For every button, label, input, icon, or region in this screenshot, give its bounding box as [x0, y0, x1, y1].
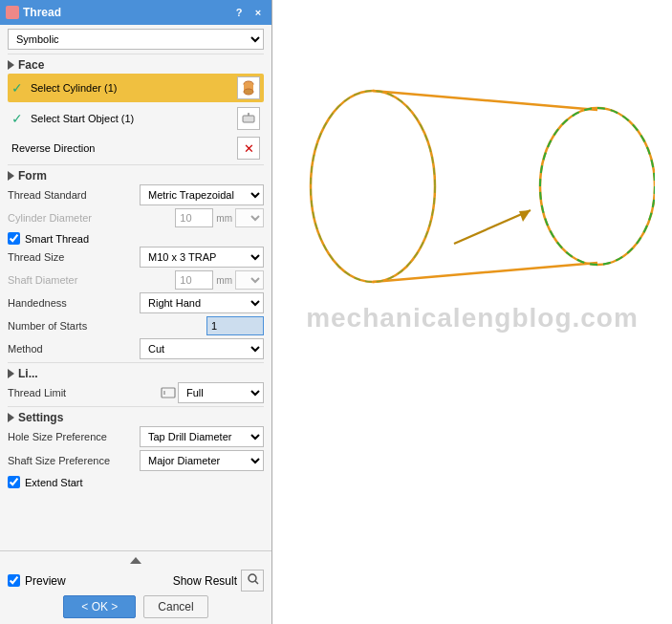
- thread-limit-label: Thread Limit: [8, 387, 94, 398]
- number-starts-row: Number of Starts: [8, 316, 264, 335]
- settings-collapse-icon[interactable]: [8, 413, 14, 422]
- cylinder-diameter-unit-select: mm: [235, 208, 264, 227]
- svg-line-8: [255, 581, 258, 584]
- thread-size-select[interactable]: M10 x 3 TRAP M12 x 3 TRAP: [140, 247, 264, 268]
- thread-standard-row: Thread Standard Metric Trapezoidal Unifi…: [8, 184, 264, 205]
- number-starts-input[interactable]: [206, 316, 264, 335]
- left-panel: Thread ? × Symbolic Detailed Schematic F…: [0, 0, 272, 624]
- thread-standard-select[interactable]: Metric Trapezoidal Unified ISO Metric: [140, 184, 264, 205]
- select-cylinder-row[interactable]: ✓ Select Cylinder (1): [8, 74, 264, 102]
- settings-label: Settings: [18, 411, 63, 424]
- form-section-header: Form: [8, 169, 264, 183]
- extend-start-label: Extend Start: [25, 477, 83, 488]
- number-starts-label: Number of Starts: [8, 320, 94, 332]
- preview-row: Preview Show Result: [8, 570, 264, 592]
- display-mode-select[interactable]: Symbolic Detailed Schematic: [8, 29, 264, 50]
- cylinder-diameter-label: Cylinder Diameter: [8, 212, 94, 224]
- thread-standard-label: Thread Standard: [8, 189, 94, 201]
- method-label: Method: [8, 343, 94, 355]
- limit-section-header: Li...: [8, 367, 264, 380]
- smart-thread-row: Smart Thread: [8, 230, 264, 247]
- svg-rect-5: [162, 388, 175, 398]
- thread-icon: [6, 6, 19, 19]
- settings-section-header: Settings: [8, 411, 264, 424]
- smart-thread-checkbox[interactable]: [8, 232, 20, 245]
- handedness-row: Handedness Right Hand Left Hand: [8, 292, 264, 313]
- hole-size-pref-row: Hole Size Preference Tap Drill Diameter …: [8, 426, 264, 447]
- thread-limit-row: Thread Limit Full From-To: [8, 382, 264, 403]
- shaft-size-pref-label: Shaft Size Preference: [8, 455, 110, 466]
- extend-start-row: Extend Start: [8, 474, 264, 490]
- shaft-diameter-row: Shaft Diameter mm mm: [8, 270, 264, 290]
- svg-point-7: [249, 574, 256, 582]
- cylinder-view: [292, 19, 655, 354]
- svg-point-9: [311, 91, 435, 282]
- form-section: Form Thread Standard Metric Trapezoidal …: [8, 169, 264, 359]
- shaft-size-pref-select[interactable]: Major Diameter Minor Diameter: [140, 450, 264, 471]
- thread-standard-controls: Metric Trapezoidal Unified ISO Metric: [140, 184, 264, 205]
- face-section: Face ✓ Select Cylinder (1): [8, 58, 264, 161]
- hole-size-pref-label: Hole Size Preference: [8, 431, 107, 442]
- select-cylinder-label: Select Cylinder (1): [31, 82, 233, 94]
- scroll-up-icon: [130, 557, 141, 564]
- start-check-icon: ✓: [11, 111, 27, 126]
- cylinder-diameter-controls: mm mm: [175, 208, 264, 227]
- svg-marker-16: [519, 210, 531, 222]
- display-mode-row: Symbolic Detailed Schematic: [8, 29, 264, 50]
- select-start-label: Select Start Object (1): [31, 113, 233, 124]
- cylinder-check-icon: ✓: [11, 80, 27, 96]
- title-bar: Thread ? ×: [0, 0, 271, 25]
- viewport: mechanicalengblog.com: [272, 0, 672, 624]
- face-collapse-icon[interactable]: [8, 60, 14, 70]
- limit-collapse-icon[interactable]: [8, 369, 14, 378]
- panel-scroll: Symbolic Detailed Schematic Face ✓ Selec…: [0, 25, 271, 550]
- shaft-diameter-unit: mm: [216, 275, 232, 286]
- cylinder-diameter-unit: mm: [216, 213, 232, 224]
- method-row: Method Cut Roll: [8, 338, 264, 359]
- face-label: Face: [18, 58, 44, 72]
- reverse-direction-row: Reverse Direction ✕: [8, 135, 264, 161]
- main-window: Thread ? × Symbolic Detailed Schematic F…: [0, 0, 672, 624]
- reverse-direction-label: Reverse Direction: [11, 142, 95, 154]
- svg-rect-3: [243, 116, 254, 122]
- cylinder-diameter-row: Cylinder Diameter mm mm: [8, 208, 264, 227]
- select-start-row[interactable]: ✓ Select Start Object (1): [8, 104, 264, 133]
- shaft-diameter-label: Shaft Diameter: [8, 274, 94, 286]
- svg-point-2: [244, 89, 253, 95]
- handedness-select[interactable]: Right Hand Left Hand: [140, 292, 264, 313]
- button-row: < OK > Cancel: [8, 595, 264, 618]
- form-collapse-icon[interactable]: [8, 171, 14, 181]
- shaft-diameter-unit-select: mm: [235, 270, 264, 290]
- hole-size-pref-select[interactable]: Tap Drill Diameter Major Diameter: [140, 426, 264, 447]
- ok-button[interactable]: < OK >: [63, 595, 136, 618]
- cylinder-diameter-input: [175, 208, 213, 227]
- close-button[interactable]: ×: [250, 5, 266, 20]
- extend-start-checkbox[interactable]: [8, 476, 20, 488]
- bottom-bar: Preview Show Result < OK > Cancel: [0, 550, 271, 624]
- svg-line-15: [454, 210, 531, 244]
- thread-size-row: Thread Size M10 x 3 TRAP M12 x 3 TRAP: [8, 247, 264, 268]
- cylinder-icon-btn[interactable]: [237, 76, 260, 99]
- start-icon-btn[interactable]: [237, 107, 260, 130]
- title-text: Thread: [23, 6, 61, 19]
- limit-label: Li...: [18, 367, 38, 380]
- form-label: Form: [18, 169, 47, 183]
- limit-section: Li... Thread Limit Full From-To: [8, 367, 264, 403]
- thread-limit-select[interactable]: Full From-To: [178, 382, 264, 403]
- settings-section: Settings Hole Size Preference Tap Drill …: [8, 411, 264, 490]
- show-result-btn[interactable]: [241, 570, 264, 592]
- cancel-button[interactable]: Cancel: [143, 595, 207, 618]
- help-button[interactable]: ?: [231, 5, 247, 20]
- reverse-x-btn[interactable]: ✕: [237, 137, 260, 160]
- face-section-header: Face: [8, 58, 264, 72]
- shaft-size-pref-row: Shaft Size Preference Major Diameter Min…: [8, 450, 264, 471]
- preview-label: Preview: [25, 574, 66, 588]
- show-result-label: Show Result: [173, 574, 237, 588]
- smart-thread-label: Smart Thread: [25, 233, 89, 245]
- thread-size-label: Thread Size: [8, 251, 94, 263]
- shaft-diameter-input: [175, 270, 213, 290]
- method-select[interactable]: Cut Roll: [140, 338, 264, 359]
- handedness-label: Handedness: [8, 297, 94, 309]
- preview-checkbox[interactable]: [8, 574, 20, 587]
